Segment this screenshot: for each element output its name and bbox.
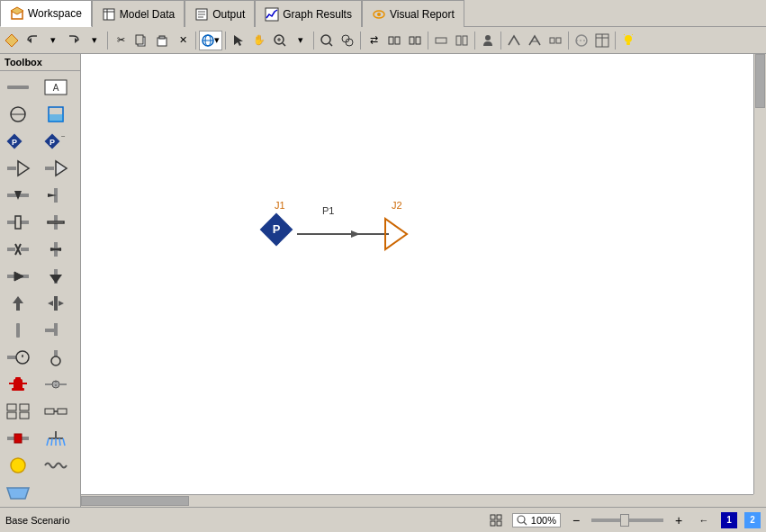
circle-button[interactable]: [572, 31, 591, 50]
hand-button[interactable]: ✋: [249, 31, 269, 50]
svg-point-126: [11, 458, 25, 473]
tool-arrow-up[interactable]: [4, 291, 32, 316]
tool-text[interactable]: A: [41, 75, 70, 100]
tab-output[interactable]: Output: [185, 0, 255, 27]
shape1-button[interactable]: [504, 31, 524, 50]
map-dropdown[interactable]: ▾: [199, 31, 222, 50]
scrollbar-thumb-v[interactable]: [755, 54, 765, 108]
redo-button[interactable]: [64, 31, 84, 50]
sep4: [313, 32, 314, 50]
shape3-button[interactable]: [545, 31, 565, 50]
person-button[interactable]: [478, 31, 498, 50]
tool-meter-v[interactable]: [41, 345, 70, 370]
shape2-button[interactable]: [525, 31, 545, 50]
fit-extents-button[interactable]: [487, 511, 505, 529]
delete-button[interactable]: ✕: [173, 31, 193, 50]
undo-dropdown[interactable]: ▾: [43, 31, 63, 50]
tool-pressure-valve[interactable]: [41, 156, 70, 181]
zoom-out-button[interactable]: −: [568, 512, 584, 528]
zoom-slider-thumb[interactable]: [620, 514, 629, 527]
tool-circle-component[interactable]: [4, 453, 32, 478]
tab-visual-report[interactable]: Visual Report: [362, 0, 464, 27]
tool2-button[interactable]: [452, 31, 472, 50]
svg-point-100: [51, 356, 60, 365]
tool-fire-hydrant[interactable]: [4, 372, 32, 397]
tool-pump[interactable]: P: [4, 129, 32, 154]
tool-reservoir[interactable]: [4, 102, 32, 127]
visual-report-icon: [372, 7, 386, 22]
svg-rect-95: [54, 323, 58, 336]
tool-gate-valve-v[interactable]: [41, 210, 70, 235]
tool-gate-valve[interactable]: [4, 210, 32, 235]
tab-graph-results[interactable]: Graph Results: [255, 0, 362, 27]
tool-pipe-h[interactable]: [4, 75, 32, 100]
svg-rect-36: [456, 36, 461, 45]
svg-rect-96: [7, 356, 16, 359]
redo-dropdown[interactable]: ▾: [85, 31, 104, 50]
tool-grid[interactable]: [4, 399, 32, 424]
tool-pipe-hv[interactable]: [41, 318, 70, 343]
tab-bar: Workspace Model Data Output: [0, 0, 766, 27]
svg-rect-99: [54, 350, 58, 356]
table-button[interactable]: [592, 31, 612, 50]
cut-button[interactable]: ✂: [111, 31, 131, 50]
svg-rect-81: [54, 242, 58, 248]
sep7: [474, 32, 475, 50]
tool-arrow-cross[interactable]: [41, 291, 70, 316]
tool-sprinkler[interactable]: [41, 426, 70, 451]
fit2-button[interactable]: [405, 31, 425, 50]
tool-tank[interactable]: [41, 102, 70, 127]
tab-workspace[interactable]: Workspace: [0, 0, 92, 27]
tool-special[interactable]: [41, 372, 70, 397]
tool-flow-control[interactable]: [4, 183, 32, 208]
svg-rect-102: [12, 388, 24, 391]
scrollbar-thumb-h[interactable]: [81, 496, 189, 506]
svg-rect-48: [626, 42, 630, 45]
svg-point-134: [518, 516, 525, 523]
fit-button[interactable]: [384, 31, 404, 50]
scrollbar-horizontal[interactable]: [81, 494, 753, 507]
tab-model-data[interactable]: Model Data: [92, 0, 185, 27]
nav-left-button[interactable]: ←: [694, 510, 714, 530]
sep8: [500, 32, 501, 50]
tool-isolation-v[interactable]: [41, 237, 70, 262]
j2-label: J2: [392, 200, 402, 211]
svg-rect-51: [7, 86, 29, 89]
zoom-dropdown[interactable]: ▾: [291, 31, 311, 50]
svg-rect-82: [54, 250, 58, 257]
zoom-in-button[interactable]: +: [671, 512, 687, 528]
svg-line-125: [63, 438, 65, 446]
tool-booster[interactable]: [4, 264, 32, 289]
tool-red-component[interactable]: [4, 426, 32, 451]
tab-graph-results-label: Graph Results: [283, 8, 352, 21]
zoom-button[interactable]: [270, 31, 290, 50]
canvas-area[interactable]: J1 J2 P1 P: [81, 54, 766, 507]
tool-connector[interactable]: [41, 399, 70, 424]
new-button[interactable]: [2, 31, 22, 50]
tool-booster-v[interactable]: [41, 264, 70, 289]
tool-basin[interactable]: [4, 480, 32, 505]
zoom-slider[interactable]: [591, 518, 663, 522]
j1-label: J1: [275, 200, 285, 211]
svg-point-47: [625, 35, 632, 42]
pointer-button[interactable]: [229, 31, 248, 50]
svg-rect-41: [556, 38, 561, 43]
tool-meter[interactable]: [4, 345, 32, 370]
copy-button[interactable]: [131, 31, 151, 50]
tool1-button[interactable]: [431, 31, 451, 50]
arrow-button[interactable]: ⇄: [364, 31, 383, 50]
tool-wavy[interactable]: [41, 453, 70, 478]
sep6: [428, 32, 428, 50]
undo-button[interactable]: [23, 31, 42, 50]
tool-pipe-v[interactable]: [4, 318, 32, 343]
tool-check-valve[interactable]: [4, 156, 32, 181]
tool-pump-var[interactable]: P ~: [41, 129, 70, 154]
tool-flow-control-v[interactable]: [41, 183, 70, 208]
find-button[interactable]: [317, 31, 337, 50]
svg-line-122: [51, 438, 52, 446]
paste-button[interactable]: [152, 31, 172, 50]
bulb-button[interactable]: [618, 31, 638, 50]
scrollbar-vertical[interactable]: [753, 54, 766, 494]
find2-button[interactable]: [338, 31, 357, 50]
tool-isolation[interactable]: [4, 237, 32, 262]
